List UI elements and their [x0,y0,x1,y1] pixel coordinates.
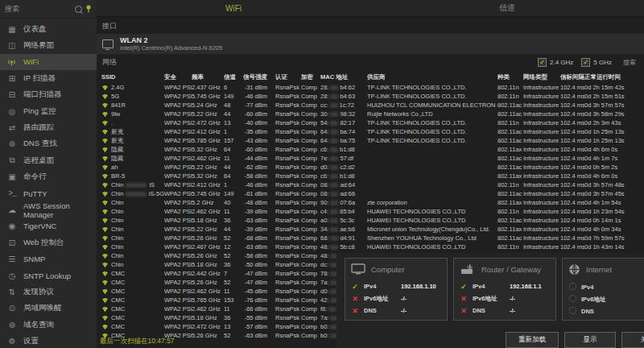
sidebar-item-label: 网络界面 [23,40,54,51]
search-input[interactable]: 搜索 [5,4,72,14]
table-row[interactable]: 841RWPA2 PSK5.24 GHz48-77 dBmRsnaPskComp… [97,101,644,110]
wifi-signal-icon [101,235,109,242]
card-title: Internet [586,265,612,274]
sidebar-item-label: 域名查询 [23,320,54,330]
wifi-signal-icon [101,102,109,109]
redacted-text [330,103,338,108]
traceroute-icon: ⇄ [6,123,18,132]
table-row[interactable]: 隐藏WPA2 PSK5.32 GHz64-60 dBmRsnaPskCompc6… [97,145,644,154]
table-row[interactable]: ChinWPA2 PSK5.26 GHz52-68 dBmRsnaPskComp… [97,234,644,242]
sidebar-item-网络界面[interactable]: ◫网络界面 [0,37,97,53]
sidebar-item-aws-session-manager[interactable]: ☁AWS Session Manager [0,201,97,218]
mac-address-cell: 48:5b:c8 [320,243,367,251]
check-icon: ✓ [460,283,468,291]
table-row[interactable]: ChiniS-5GWPA2 PSK5.745 GHz149-61 dBmRsna… [97,189,644,198]
table-row[interactable]: ChinWPA2 PSK5.22 GHz44-39 dBmRsnaPskComp… [97,225,644,234]
table-row[interactable]: ChinWPA2 PSK5.2 GHz40-48 dBmRsnaPskComp9… [97,198,644,207]
table-row[interactable]: 9lwWPA2 PSK5.22 GHz44-60 dBmRsnaPskComp3… [97,110,644,118]
card-row-value: 192.168.1.10 [401,283,436,290]
mac-address-cell: 64:ba:74 [320,128,367,135]
sidebar-item-dns-查找[interactable]: ⊛DNS 查找 [0,136,97,152]
table-row[interactable]: ChinWPA2 PSK2.462 GHz11-39 dBmRsnaPskCom… [97,207,644,216]
checkbox-checked-icon: ✓ [581,58,590,67]
column-header[interactable]: 信号强度 [243,73,275,81]
sidebar-item-tigervnc[interactable]: ◉TigerVNC [0,218,97,234]
column-header[interactable]: 加密 [301,73,320,81]
column-header[interactable]: 安全 [164,73,192,81]
sidebar-item-仪表盘[interactable]: ▦仪表盘 [0,21,97,37]
table-row[interactable]: .WPA2 PSK2.472 GHz13-40 dBmRsnaPskComp54… [97,118,644,127]
sidebar-item-label: SNMP [23,255,45,263]
sidebar-item-wifi[interactable]: WiFi [0,54,97,70]
show-button[interactable]: 显示 [564,332,616,348]
network-interface-icon: ◫ [6,41,18,50]
sidebar-item-远程桌面[interactable]: ⧉远程桌面 [0,152,97,168]
tigervnc-icon: ◉ [6,222,18,230]
column-header[interactable]: 供应商 [367,73,497,81]
reload-button[interactable]: 重新加载 [506,332,559,348]
table-row[interactable]: 新克WPA2 PSK5.785 GHz157-43 dBmRsnaPskComp… [97,136,644,145]
card-row-dns: DNS [568,305,644,317]
sidebar-item-路由跟踪[interactable]: ⇄路由跟踪 [0,119,97,135]
column-header[interactable]: 网络类型 [523,73,560,81]
column-header[interactable]: 频率 [192,73,224,81]
filter-24ghz-checkbox[interactable]: ✓ 2.4 GHz [538,58,573,67]
redacted-text [330,147,338,152]
sidebar-item-web-控制台[interactable]: ⊡Web 控制台 [0,234,97,251]
column-header[interactable]: MAC 地址 [320,73,367,81]
connection-cards: Computer✓IPv4192.168.1.10✕IPv6地址-/-✕DNS-… [345,258,644,321]
wifi-signal-icon [101,111,109,118]
filter-5ghz-checkbox[interactable]: ✓ 5 GHz [581,58,612,67]
pin-icon[interactable] [85,5,92,13]
sidebar-item-putty[interactable]: >_PuTTY [0,185,97,201]
table-row[interactable]: 2.4GWPA2 PSK2.437 GHz6-31 dBmRsnaPskComp… [97,83,644,92]
sidebar-item-label: Web 控制台 [23,238,64,248]
card-row-value: -/- [510,295,515,302]
table-row[interactable]: 隐藏WPA2 PSK2.462 GHz11-44 dBmRsnaPskComp7… [97,154,644,163]
sidebar: 搜索 ▦仪表盘◫网络界面WiFi⊞IP 扫描器⊟端口扫描器◎Ping 监控⇄路由… [0,0,97,348]
table-row[interactable]: ChiniSWPA2 PSK2.412 GHz1-46 dBmRsnaPskCo… [97,180,644,189]
command-line-icon: ▣ [6,172,18,181]
column-header[interactable]: SSID [101,73,164,81]
sidebar-item-命令行[interactable]: ▣命令行 [0,169,97,185]
sidebar-item-ping-监控[interactable]: ◎Ping 监控 [0,103,97,119]
column-header[interactable]: 正常运行时间 [584,73,636,81]
sidebar-item-域名查询[interactable]: ⊜域名查询 [0,317,97,333]
network-search-link[interactable]: 搜索 [623,58,636,67]
column-header[interactable]: 种类 [497,73,523,81]
sidebar-item-sntp-lookup[interactable]: ◷SNTP Lookup [0,267,97,284]
tab-channels[interactable]: 信道 [370,0,644,16]
table-row[interactable]: 新克WPA2 PSK2.412 GHz1-35 dBmRsnaPskComp64… [97,127,644,136]
interface-section-label: 接口 [97,17,644,34]
table-row[interactable]: BR-5WPA2 PSK5.32 GHz64-58 dBmRsnaPskComp… [97,172,644,180]
column-header[interactable]: 信标间隔 [560,73,584,81]
interface-row[interactable]: WLAN 2 Intel(R) Centrino(R) Advanced-N 6… [97,34,644,54]
wifi-signal-icon [101,280,109,286]
card-row-label: DNS [364,307,396,314]
sidebar-item-局域网唤醒[interactable]: ⊙局域网唤醒 [0,300,97,317]
table-row[interactable]: ChinWPA2 PSK2.467 GHz12-63 dBmRsnaPskCom… [97,242,644,251]
sidebar-item-发现协议[interactable]: ⇅发现协议 [0,284,97,300]
sidebar-item-设置[interactable]: ⚙设置 [0,333,97,348]
dns-lookup-icon: ⊛ [6,139,18,148]
tab-wifi[interactable]: WiFi [97,0,370,16]
column-header[interactable]: 认证 [275,73,301,81]
sidebar-item-ip-扫描器[interactable]: ⊞IP 扫描器 [0,70,97,86]
ssid-cell: . [101,119,164,126]
column-header[interactable]: 信道 [224,73,243,81]
wifi-signal-icon [101,288,109,295]
table-row[interactable]: ahWPA2 PSK5.22 GHz44-62 dBmRsnaPskCompd0… [97,163,644,172]
table-row[interactable]: ChinWPA2 PSK5.18 GHz36-63 dBmRsnaPskComp… [97,216,644,225]
ssid-cell: BR-5 [101,172,164,180]
table-row[interactable]: 5GWPA2 PSK5.745 GHz149-46 dBmRsnaPskComp… [97,92,644,101]
table-header[interactable]: SSID安全频率信道信号强度认证加密MAC 地址供应商种类网络类型信标间隔正常运… [97,71,644,83]
sidebar-search[interactable]: 搜索 [0,0,97,19]
wifi-signal-icon [101,129,109,135]
sidebar-item-snmp[interactable]: ☰SNMP [0,251,97,267]
ssid-cell: Chin [101,252,164,259]
wifi-signal-icon [101,244,109,251]
ssid-cell: CMC [101,323,164,330]
mac-address-cell: cc:1c:72 [320,102,367,109]
sidebar-item-端口扫描器[interactable]: ⊟端口扫描器 [0,87,97,103]
close-button[interactable]: 关闭 [621,332,644,348]
